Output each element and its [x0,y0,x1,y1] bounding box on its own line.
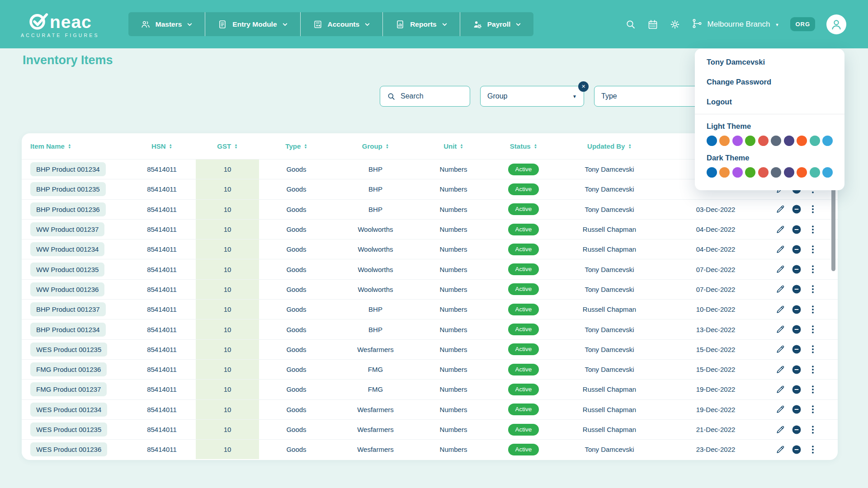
app-root: neac ACCURATE FIGURES MastersEntry Modul… [0,0,868,488]
theme-color-swatch[interactable] [797,167,807,178]
edit-button[interactable] [775,425,785,435]
deactivate-button[interactable] [792,204,802,214]
theme-color-swatch[interactable] [797,136,807,146]
deactivate-button[interactable] [792,264,802,274]
row-menu-button[interactable] [808,244,818,254]
theme-color-swatch[interactable] [810,136,820,146]
theme-color-swatch[interactable] [758,167,769,178]
row-menu-button[interactable] [808,385,818,394]
branch-selector[interactable]: Melbourne Branch ▼ [692,18,779,31]
nav-masters[interactable]: Masters [128,12,206,36]
nav-entry-module[interactable]: Entry Module [205,12,300,36]
theme-color-swatch[interactable] [732,167,743,178]
row-menu-button[interactable] [808,264,818,274]
column-label: HSN [151,142,166,150]
group-cell: BHP [334,200,417,219]
column-header-updated-by[interactable]: Updated By▲▼ [557,133,661,159]
item-name-cell: WES Product 001234 [22,400,128,419]
theme-color-swatch[interactable] [707,167,717,178]
status-cell: Active [490,420,557,439]
theme-color-swatch[interactable] [810,167,820,178]
row-actions [770,300,838,319]
org-badge[interactable]: ORG [790,17,815,31]
edit-button[interactable] [775,344,785,354]
deactivate-button[interactable] [792,305,802,314]
edit-button[interactable] [775,385,785,394]
calendar-icon[interactable] [647,19,658,30]
column-header-unit[interactable]: Unit▲▼ [417,133,490,159]
column-header-group[interactable]: Group▲▼ [334,133,417,159]
row-menu-button[interactable] [808,425,818,435]
theme-color-swatch[interactable] [784,167,794,178]
deactivate-button[interactable] [792,324,802,334]
nav-payroll[interactable]: Payroll [460,12,534,36]
gear-icon[interactable] [670,19,680,30]
row-menu-button[interactable] [808,324,818,334]
theme-color-swatch[interactable] [822,167,833,178]
edit-button[interactable] [775,324,785,334]
theme-color-swatch[interactable] [784,136,794,146]
status-cell: Active [490,179,557,199]
row-menu-button[interactable] [808,344,818,354]
theme-color-swatch[interactable] [719,136,730,146]
menu-item-change-password[interactable]: Change Password [707,72,833,92]
search-box[interactable] [380,86,470,107]
group-filter-select[interactable]: Group ▼ ✕ [480,86,584,107]
nav-reports[interactable]: Reports [383,12,460,36]
clear-filter-button[interactable]: ✕ [578,81,589,92]
deactivate-button[interactable] [792,385,802,394]
theme-color-swatch[interactable] [745,167,755,178]
table-row: WES Product 0012358541401110GoodsWesfarm… [22,419,838,439]
menu-item-logout[interactable]: Logout [707,92,833,112]
deactivate-button[interactable] [792,244,802,254]
row-actions [770,280,838,299]
menu-item-tony-damcevski[interactable]: Tony Damcevski [707,52,833,72]
deactivate-button[interactable] [792,365,802,375]
nav-accounts[interactable]: Accounts [301,12,383,36]
deactivate-button[interactable] [792,404,802,414]
row-menu-button[interactable] [808,404,818,414]
row-menu-button[interactable] [808,305,818,314]
edit-button[interactable] [775,244,785,254]
column-header-hsn[interactable]: HSN▲▼ [128,133,196,159]
edit-button[interactable] [775,225,785,235]
edit-button[interactable] [775,365,785,375]
edit-button[interactable] [775,264,785,274]
edit-button[interactable] [775,284,785,294]
column-label: Group [362,142,382,150]
deactivate-button[interactable] [792,425,802,435]
theme-color-swatch[interactable] [732,136,743,146]
status-cell: Active [490,380,557,399]
theme-color-swatch[interactable] [758,136,769,146]
deactivate-button[interactable] [792,445,802,455]
theme-color-swatch[interactable] [745,136,755,146]
deactivate-button[interactable] [792,344,802,354]
search-icon[interactable] [625,19,636,30]
deactivate-button[interactable] [792,284,802,294]
edit-button[interactable] [775,445,785,455]
theme-color-swatch[interactable] [771,136,781,146]
avatar[interactable] [826,14,846,34]
theme-color-swatch[interactable] [719,167,730,178]
row-menu-button[interactable] [808,204,818,214]
row-menu-button[interactable] [808,225,818,235]
column-header-gst[interactable]: GST▲▼ [196,133,259,159]
row-menu-button[interactable] [808,445,818,455]
column-header-status[interactable]: Status▲▼ [490,133,557,159]
theme-color-swatch[interactable] [822,136,833,146]
type-cell: Goods [259,259,334,279]
column-header-item-name[interactable]: Item Name▲▼ [22,133,128,159]
unit-cell: Numbers [417,160,490,179]
deactivate-button[interactable] [792,225,802,235]
column-header-type[interactable]: Type▲▼ [259,133,334,159]
row-menu-button[interactable] [808,365,818,375]
main-nav: MastersEntry ModuleAccountsReportsPayrol… [128,12,534,36]
edit-button[interactable] [775,404,785,414]
theme-color-swatch[interactable] [707,136,717,146]
edit-button[interactable] [775,305,785,314]
edit-button[interactable] [775,204,785,214]
type-filter-select[interactable]: Type ▼ [594,86,707,107]
search-input[interactable] [401,92,463,100]
theme-color-swatch[interactable] [771,167,781,178]
row-menu-button[interactable] [808,284,818,294]
